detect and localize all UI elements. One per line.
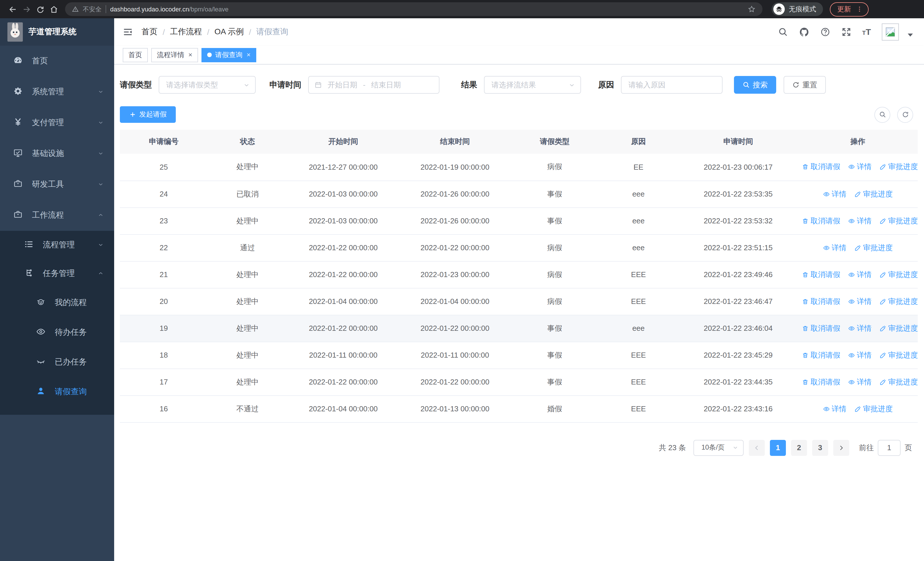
github-icon[interactable]	[799, 27, 809, 37]
leave-type-select[interactable]: 请选择请假类型	[159, 76, 256, 94]
cell-actions: 详情审批进度	[798, 396, 918, 422]
sidebar-item-请假查询[interactable]: 请假查询	[0, 377, 114, 407]
detail-action-link[interactable]: 详情	[848, 323, 872, 333]
detail-action-link[interactable]: 详情	[848, 350, 872, 360]
page-button-3[interactable]: 3	[812, 439, 828, 456]
goto-page-suffix: 页	[904, 442, 912, 453]
sidebar-item-支付管理[interactable]: 支付管理	[0, 107, 114, 138]
sidebar-collapse-icon[interactable]	[123, 27, 133, 37]
progress-action-link[interactable]: 审批进度	[854, 404, 892, 414]
sidebar-item-系统管理[interactable]: 系统管理	[0, 77, 114, 107]
page-button-2[interactable]: 2	[791, 439, 807, 456]
sidebar-item-流程管理[interactable]: 流程管理	[0, 231, 114, 259]
page-size-select[interactable]: 10条/页	[693, 439, 744, 456]
font-size-icon[interactable]: TT	[862, 27, 871, 37]
sidebar-item-首页[interactable]: 首页	[0, 46, 114, 77]
progress-action-link[interactable]: 审批进度	[880, 377, 918, 387]
detail-action-link[interactable]: 详情	[848, 377, 872, 387]
tab-label: 请假查询	[215, 50, 243, 60]
fullscreen-icon[interactable]	[841, 27, 851, 37]
tab-首页[interactable]: 首页	[123, 48, 148, 62]
page-button-1[interactable]: 1	[770, 439, 786, 456]
cell-applied: 2022-01-22 23:46:47	[678, 288, 798, 315]
next-page-button[interactable]	[833, 439, 849, 456]
detail-action-link[interactable]: 详情	[823, 404, 846, 414]
cancel-action-link[interactable]: 取消请假	[802, 377, 840, 387]
detail-action-link[interactable]: 详情	[848, 269, 872, 280]
sidebar-item-基础设施[interactable]: 基础设施	[0, 138, 114, 169]
close-tab-icon[interactable]: ×	[188, 51, 192, 59]
cell-end: 2022-01-13 00:00:00	[399, 396, 511, 422]
browser-update-button[interactable]: 更新	[830, 2, 868, 16]
cancel-action-link[interactable]: 取消请假	[802, 296, 840, 307]
sidebar-item-研发工具[interactable]: 研发工具	[0, 169, 114, 200]
cell-status: 已取消	[208, 180, 288, 208]
progress-action-link[interactable]: 审批进度	[880, 323, 918, 333]
url-text[interactable]: dashboard.yudao.iocoder.cn/bpm/oa/leave	[110, 6, 229, 12]
chevron-down-icon	[98, 180, 104, 189]
detail-action-link[interactable]: 详情	[823, 242, 846, 253]
gear-icon	[13, 86, 23, 98]
reason-input[interactable]: 请输入原因	[621, 76, 723, 94]
pen-icon	[854, 244, 861, 251]
incognito-icon	[773, 3, 785, 15]
sidebar-item-任务管理[interactable]: 任务管理	[0, 259, 114, 288]
pen-icon	[880, 325, 886, 332]
tab-流程详情[interactable]: 流程详情×	[151, 48, 198, 62]
home-icon[interactable]	[47, 2, 60, 16]
breadcrumb-item[interactable]: 首页	[141, 27, 158, 37]
cell-reason: eee	[599, 208, 679, 234]
search-button[interactable]: 搜索	[734, 76, 776, 94]
back-icon[interactable]	[6, 2, 20, 16]
close-tab-icon[interactable]: ×	[246, 51, 250, 59]
progress-action-link[interactable]: 审批进度	[854, 189, 892, 199]
cancel-action-link[interactable]: 取消请假	[802, 269, 840, 280]
header-search-icon[interactable]	[778, 27, 788, 37]
address-separator	[106, 5, 106, 13]
sidebar-item-工作流程[interactable]: 工作流程	[0, 200, 114, 231]
progress-action-link[interactable]: 审批进度	[854, 242, 892, 253]
progress-action-link[interactable]: 审批进度	[880, 269, 918, 280]
avatar[interactable]	[882, 23, 899, 41]
apply-time-range-picker[interactable]: 开始日期 - 结束日期	[308, 76, 440, 94]
progress-action-link[interactable]: 审批进度	[880, 162, 918, 172]
cell-reason: EEE	[599, 288, 679, 315]
breadcrumb-item[interactable]: OA 示例	[214, 27, 244, 37]
cancel-action-link[interactable]: 取消请假	[802, 162, 840, 172]
address-bar[interactable]: 不安全 dashboard.yudao.iocoder.cn/bpm/oa/le…	[65, 2, 762, 16]
tab-请假查询[interactable]: 请假查询×	[201, 48, 256, 62]
sidebar-item-我的流程[interactable]: 我的流程	[0, 288, 114, 317]
forward-icon[interactable]	[20, 2, 33, 16]
not-secure-warning-icon[interactable]	[72, 6, 79, 12]
goto-page-input[interactable]	[878, 439, 901, 456]
cancel-action-link[interactable]: 取消请假	[802, 323, 840, 333]
reload-icon[interactable]	[33, 2, 47, 16]
table-row: 16不通过2022-01-04 00:00:002022-01-13 00:00…	[120, 396, 918, 422]
progress-action-link[interactable]: 审批进度	[880, 296, 918, 307]
detail-action-link[interactable]: 详情	[848, 296, 872, 307]
bookmark-star-icon[interactable]	[748, 5, 756, 13]
result-select[interactable]: 请选择流结果	[484, 76, 581, 94]
reset-button[interactable]: 重置	[784, 76, 826, 94]
help-icon[interactable]	[820, 27, 830, 37]
progress-action-link[interactable]: 审批进度	[880, 216, 918, 226]
sidebar-item-待办任务[interactable]: 待办任务	[0, 317, 114, 347]
create-leave-button[interactable]: 发起请假	[120, 106, 176, 123]
prev-page-button[interactable]	[749, 439, 765, 456]
detail-action-link[interactable]: 详情	[823, 189, 846, 199]
browser-menu-icon[interactable]	[856, 6, 863, 12]
detail-action-link[interactable]: 详情	[848, 162, 872, 172]
cancel-action-link[interactable]: 取消请假	[802, 216, 840, 226]
breadcrumb-item[interactable]: 工作流程	[170, 27, 202, 37]
detail-action-link[interactable]: 详情	[848, 216, 872, 226]
security-warning-label[interactable]: 不安全	[83, 5, 102, 14]
show-search-toggle-button[interactable]	[874, 107, 890, 123]
sidebar-item-已办任务[interactable]: 已办任务	[0, 347, 114, 377]
cancel-action-link[interactable]: 取消请假	[802, 350, 840, 360]
cell-start: 2022-01-11 00:00:00	[287, 341, 399, 368]
app-logo[interactable]: 芋道管理系统	[0, 18, 114, 46]
avatar-caret-icon[interactable]	[905, 30, 915, 40]
progress-action-link[interactable]: 审批进度	[880, 350, 918, 360]
cell-type: 事假	[511, 180, 599, 208]
refresh-table-button[interactable]	[897, 107, 913, 123]
